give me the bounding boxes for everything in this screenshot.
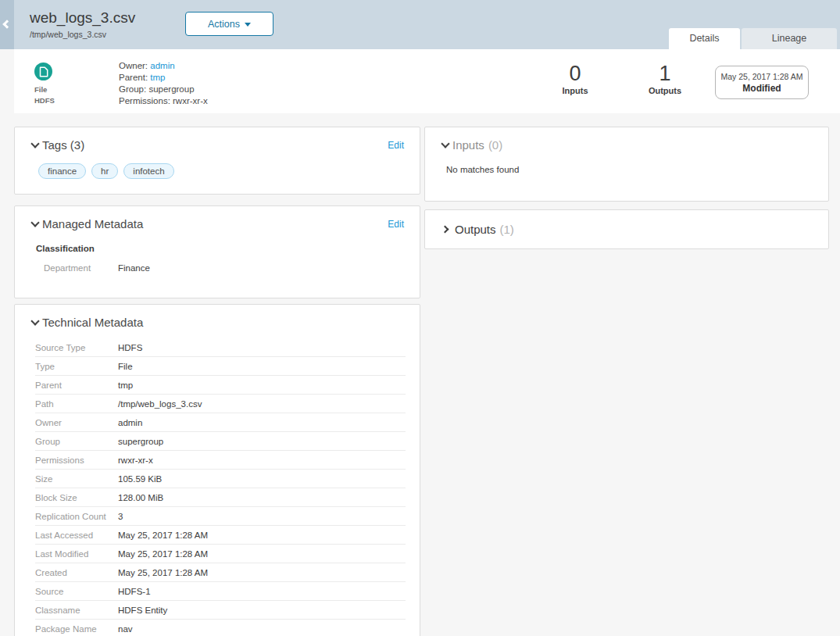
tags-title: Tags (3)	[42, 138, 84, 152]
metadata-row: Groupsupergroup	[35, 432, 406, 451]
entity-summary-band: File HDFS Owner: admin Parent: tmp Group…	[14, 49, 840, 113]
collapse-chevron-icon[interactable]	[30, 139, 39, 148]
actions-button[interactable]: Actions	[185, 12, 273, 36]
metadata-row-value: 128.00 MiB	[118, 493, 163, 502]
tag-pill[interactable]: finance	[38, 163, 86, 179]
metadata-row: ClassnameHDFS Entity	[35, 601, 406, 620]
tags-edit-link[interactable]: Edit	[388, 140, 404, 151]
metadata-row-label: Block Size	[35, 493, 118, 502]
outputs-count: 1	[626, 62, 704, 85]
no-matches-message: No matches found	[446, 165, 828, 174]
actions-button-label: Actions	[208, 19, 240, 30]
caret-down-icon	[245, 23, 251, 27]
tags-section: Tags (3) Edit financehrinfotech	[14, 127, 420, 195]
tags-list: financehrinfotech	[38, 163, 420, 179]
entity-type-label: File	[34, 85, 89, 94]
metadata-row-label: Last Modified	[35, 549, 118, 559]
metadata-row: SourceHDFS-1	[35, 582, 406, 601]
inputs-panel-count: (0)	[488, 138, 502, 152]
tab-details[interactable]: Details	[669, 28, 740, 49]
metadata-row-value: supergroup	[118, 437, 163, 446]
permissions-value: rwxr-xr-x	[173, 96, 208, 105]
page-title: web_logs_3.csv	[30, 9, 135, 27]
metadata-row-label: Path	[35, 399, 118, 409]
metadata-row: TypeFile	[35, 357, 406, 376]
metadata-row: Permissionsrwxr-xr-x	[35, 451, 406, 470]
header: web_logs_3.csv /tmp/web_logs_3.csv Actio…	[0, 0, 840, 49]
metadata-row-label: Type	[35, 362, 118, 371]
managed-metadata-section: Managed Metadata Edit Classification Dep…	[14, 205, 420, 298]
metadata-row-value: nav	[118, 624, 133, 634]
metadata-row-label: Parent	[35, 381, 118, 390]
page-subtitle: /tmp/web_logs_3.csv	[30, 30, 135, 39]
inputs-title: Inputs	[452, 138, 484, 152]
metadata-field-row: Department Finance	[44, 263, 420, 273]
tab-lineage[interactable]: Lineage	[742, 28, 837, 49]
inputs-count: 0	[536, 62, 614, 85]
metadata-row: Package Namenav	[35, 620, 406, 636]
metadata-row-value: 3	[118, 512, 123, 521]
metadata-row: Replication Count3	[35, 507, 406, 526]
metadata-row-label: Package Name	[35, 624, 118, 634]
owner-row: Owner: admin	[119, 60, 208, 72]
entity-icon-block: File HDFS	[34, 63, 89, 105]
collapse-chevron-icon[interactable]	[441, 139, 449, 148]
metadata-row-label: Created	[35, 568, 118, 577]
metadata-row-label: Last Accessed	[35, 531, 118, 540]
outputs-count-block: 1 Outputs	[626, 62, 704, 95]
owner-link[interactable]: admin	[150, 61, 174, 70]
group-label: Group:	[119, 84, 146, 94]
metadata-row-value: HDFS-1	[118, 587, 151, 596]
entity-source-label: HDFS	[34, 96, 89, 105]
group-value: supergroup	[148, 84, 194, 94]
expand-chevron-icon[interactable]	[441, 226, 449, 234]
outputs-count-label: Outputs	[626, 86, 704, 95]
collapse-chevron-icon[interactable]	[30, 316, 39, 325]
technical-metadata-title: Technical Metadata	[42, 316, 143, 329]
metadata-row-value: May 25, 2017 1:28 AM	[118, 568, 208, 577]
metadata-row-label: Size	[35, 474, 118, 484]
modified-badge: May 25, 2017 1:28 AM Modified	[715, 66, 809, 99]
modified-label: Modified	[716, 83, 808, 94]
outputs-panel: Outputs (1)	[424, 209, 829, 249]
inputs-count-label: Inputs	[536, 86, 614, 95]
metadata-row: CreatedMay 25, 2017 1:28 AM	[35, 563, 406, 582]
managed-metadata-header: Managed Metadata Edit	[15, 206, 420, 230]
metadata-row-label: Owner	[35, 418, 118, 427]
technical-metadata-table: Source TypeHDFSTypeFileParenttmpPath/tmp…	[15, 338, 420, 636]
inputs-panel: Inputs (0) No matches found	[424, 127, 829, 202]
file-icon	[34, 63, 52, 80]
parent-label: Parent:	[119, 73, 148, 82]
permissions-row: Permissions: rwxr-xr-x	[119, 95, 208, 107]
metadata-row: Block Size128.00 MiB	[35, 488, 406, 507]
outputs-title: Outputs	[455, 223, 496, 236]
metadata-row-label: Permissions	[35, 456, 118, 465]
tag-pill[interactable]: hr	[91, 163, 118, 179]
entity-attributes-block: Owner: admin Parent: tmp Group: supergro…	[119, 60, 208, 107]
metadata-row-label: Group	[35, 437, 118, 446]
managed-metadata-title: Managed Metadata	[42, 217, 143, 230]
metadata-row-label: Source	[35, 587, 118, 596]
permissions-label: Permissions:	[119, 96, 170, 105]
title-block: web_logs_3.csv /tmp/web_logs_3.csv	[30, 9, 135, 39]
back-button[interactable]	[0, 0, 14, 49]
document-glyph-icon	[39, 66, 48, 77]
metadata-row-value: File	[118, 362, 133, 371]
metadata-row-value: /tmp/web_logs_3.csv	[118, 399, 202, 409]
metadata-group-name: Classification	[36, 244, 420, 253]
metadata-row: Parenttmp	[35, 376, 406, 395]
parent-link[interactable]: tmp	[150, 73, 165, 82]
metadata-row: Source TypeHDFS	[35, 338, 406, 357]
managed-metadata-edit-link[interactable]: Edit	[388, 219, 404, 230]
modified-date: May 25, 2017 1:28 AM	[716, 72, 808, 81]
collapse-chevron-icon[interactable]	[30, 218, 39, 227]
metadata-row-value: May 25, 2017 1:28 AM	[118, 549, 208, 559]
metadata-row-label: Source Type	[35, 343, 118, 352]
metadata-row-value: admin	[118, 418, 142, 427]
metadata-row-value-link[interactable]: tmp	[118, 381, 133, 390]
metadata-row: Size105.59 KiB	[35, 470, 406, 488]
tab-bar: Details Lineage	[669, 28, 837, 49]
tag-pill[interactable]: infotech	[123, 163, 173, 179]
parent-row: Parent: tmp	[119, 72, 208, 84]
metadata-field-value: Finance	[118, 263, 150, 273]
